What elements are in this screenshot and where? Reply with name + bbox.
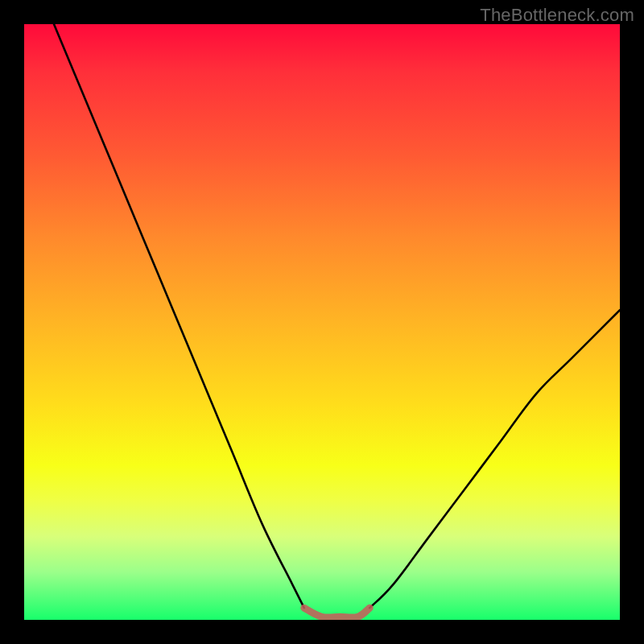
curve-bottom-highlight: [304, 608, 369, 617]
watermark-text: TheBottleneck.com: [480, 5, 634, 26]
curve-path-right: [369, 310, 620, 608]
curve-svg: [24, 24, 620, 620]
chart-stage: TheBottleneck.com: [0, 0, 644, 644]
curve-path-left: [54, 24, 304, 608]
plot-area: [24, 24, 620, 620]
